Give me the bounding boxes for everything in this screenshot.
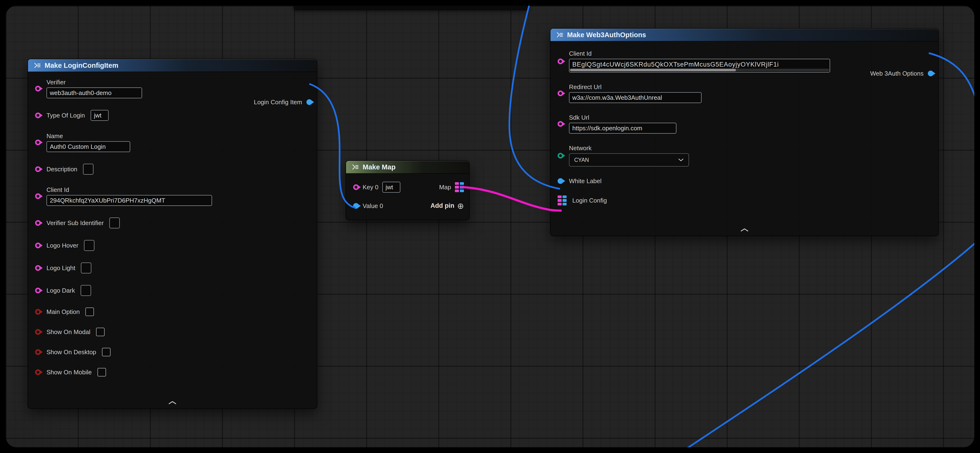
blueprint-editor: { "colors": { "pin_string": "#e344cf", "… bbox=[0, 0, 980, 453]
output-pin-label: Login Config Item bbox=[254, 98, 302, 106]
verifier-sub-identifier-pin[interactable] bbox=[35, 220, 41, 226]
client-id-pin[interactable] bbox=[35, 193, 41, 199]
description-pin[interactable] bbox=[35, 166, 41, 172]
node-make-web3authoptions[interactable]: Make Web3AuthOptions Web 3Auth Options C… bbox=[550, 28, 939, 236]
make-struct-icon bbox=[556, 31, 563, 38]
pin-row-show-on-mobile: Show On Mobile bbox=[28, 368, 317, 377]
main-option-checkbox[interactable] bbox=[85, 307, 94, 316]
verifier-input[interactable] bbox=[46, 87, 142, 98]
logo-light-input[interactable] bbox=[81, 263, 91, 273]
main-option-pin[interactable] bbox=[35, 309, 41, 315]
name-input[interactable] bbox=[46, 141, 130, 152]
pin-label: Show On Desktop bbox=[46, 348, 96, 356]
pin-row-verifier-sub-identifier: Verifier Sub Identifier bbox=[28, 217, 317, 228]
pin-label: Key 0 bbox=[363, 184, 379, 191]
map-output-pin[interactable] bbox=[455, 182, 464, 192]
show-on-modal-checkbox[interactable] bbox=[96, 328, 105, 336]
output-pin-row: Login Config Item bbox=[254, 98, 312, 106]
value0-pin[interactable] bbox=[353, 203, 359, 209]
login-config-item-output-pin[interactable] bbox=[306, 99, 312, 105]
pin-label: Verifier bbox=[46, 79, 142, 86]
key0-pin[interactable] bbox=[353, 184, 359, 190]
logo-hover-input[interactable] bbox=[84, 240, 94, 251]
show-on-desktop-checkbox[interactable] bbox=[102, 348, 111, 356]
pin-label: Client Id bbox=[569, 50, 830, 57]
name-pin[interactable] bbox=[35, 139, 41, 145]
type-of-login-input[interactable] bbox=[91, 110, 109, 121]
key0-input[interactable] bbox=[382, 182, 400, 193]
make-struct-icon bbox=[34, 62, 41, 69]
collapse-chevron[interactable] bbox=[168, 401, 177, 405]
show-on-modal-pin[interactable] bbox=[35, 329, 41, 335]
node-make-loginconfigitem[interactable]: Make LoginConfigItem Login Config Item V… bbox=[27, 59, 317, 409]
node-title-bar[interactable]: Make Web3AuthOptions bbox=[550, 29, 938, 41]
pin-label: Logo Light bbox=[46, 265, 75, 271]
pin-label: Main Option bbox=[46, 308, 80, 315]
show-on-mobile-pin[interactable] bbox=[35, 369, 41, 375]
node-title-bar[interactable]: Make LoginConfigItem bbox=[28, 59, 317, 72]
logo-hover-pin[interactable] bbox=[35, 242, 41, 248]
chevron-up-icon bbox=[168, 401, 177, 405]
client-id-input[interactable] bbox=[46, 195, 212, 206]
scrollbar-thumb[interactable] bbox=[570, 69, 736, 71]
logo-dark-pin[interactable] bbox=[35, 288, 41, 293]
add-pin-label: Add pin bbox=[431, 202, 454, 209]
sdk-url-pin[interactable] bbox=[558, 121, 563, 127]
make-map-icon bbox=[352, 163, 359, 171]
type-of-login-pin[interactable] bbox=[35, 112, 41, 118]
pin-label: Network bbox=[569, 144, 689, 152]
blueprint-graph-canvas[interactable]: Make LoginConfigItem Login Config Item V… bbox=[6, 6, 974, 447]
sdk-url-input[interactable] bbox=[569, 123, 676, 134]
clipped-node-fragment[interactable] bbox=[294, 6, 529, 10]
pin-row-type-of-login: Type Of Login bbox=[28, 110, 317, 121]
wire-map-to-loginconfig[interactable] bbox=[460, 187, 562, 211]
pin-label: Logo Dark bbox=[46, 287, 75, 294]
chevron-down-icon bbox=[678, 158, 684, 162]
logo-light-pin[interactable] bbox=[35, 265, 41, 271]
description-input[interactable] bbox=[83, 164, 94, 174]
wire-bottom-diagonal[interactable] bbox=[679, 242, 974, 447]
pin-row-logo-light: Logo Light bbox=[28, 263, 317, 273]
web3auth-options-output-pin[interactable] bbox=[928, 71, 934, 76]
redirect-url-input[interactable] bbox=[569, 92, 702, 103]
redirect-url-pin[interactable] bbox=[558, 90, 563, 96]
pin-label: Show On Mobile bbox=[46, 369, 92, 376]
pin-row-sdk-url: Sdk Url bbox=[550, 114, 938, 134]
pin-row-logo-hover: Logo Hover bbox=[28, 240, 317, 251]
show-on-mobile-checkbox[interactable] bbox=[97, 368, 106, 377]
network-pin[interactable] bbox=[558, 153, 563, 158]
pin-label: Logo Hover bbox=[46, 242, 78, 249]
pin-row-show-on-desktop: Show On Desktop bbox=[28, 348, 317, 356]
network-selected-value: CYAN bbox=[574, 157, 589, 163]
show-on-desktop-pin[interactable] bbox=[35, 349, 41, 355]
chevron-up-icon bbox=[740, 228, 749, 232]
network-dropdown[interactable]: CYAN bbox=[569, 153, 689, 166]
output-pin-row: Web 3Auth Options bbox=[870, 70, 934, 77]
pin-row-login-config: Login Config bbox=[550, 195, 938, 206]
logo-dark-input[interactable] bbox=[81, 285, 91, 296]
client-id-pin[interactable] bbox=[558, 59, 563, 64]
pin-label: Name bbox=[46, 132, 130, 139]
add-pin-button[interactable]: Add pin ⊕ bbox=[431, 202, 464, 209]
collapse-chevron[interactable] bbox=[740, 228, 749, 233]
add-pin-icon: ⊕ bbox=[457, 202, 464, 209]
pin-row-network: Network CYAN bbox=[550, 144, 938, 166]
pin-label: Show On Modal bbox=[46, 328, 91, 336]
node-make-map[interactable]: Make Map Key 0 Map Value 0 bbox=[345, 160, 469, 220]
pin-row-logo-dark: Logo Dark bbox=[28, 285, 317, 296]
pin-label: Value 0 bbox=[363, 202, 383, 209]
pin-row-redirect-url: Redirect Url bbox=[550, 83, 938, 103]
login-config-pin[interactable] bbox=[558, 195, 566, 206]
verifier-pin[interactable] bbox=[35, 86, 41, 92]
pin-row-key0-map: Key 0 Map bbox=[346, 182, 469, 193]
map-output-label: Map bbox=[439, 184, 451, 191]
pin-row-show-on-modal: Show On Modal bbox=[28, 328, 317, 336]
pin-row-main-option: Main Option bbox=[28, 307, 317, 316]
pin-row-name: Name bbox=[28, 132, 317, 152]
node-title-bar[interactable]: Make Map bbox=[346, 161, 469, 174]
node-title-text: Make Web3AuthOptions bbox=[567, 31, 646, 39]
pin-label: Redirect Url bbox=[569, 83, 702, 90]
pin-row-client-id: Client Id bbox=[550, 50, 938, 73]
white-label-pin[interactable] bbox=[558, 178, 563, 184]
verifier-sub-identifier-input[interactable] bbox=[109, 217, 120, 228]
